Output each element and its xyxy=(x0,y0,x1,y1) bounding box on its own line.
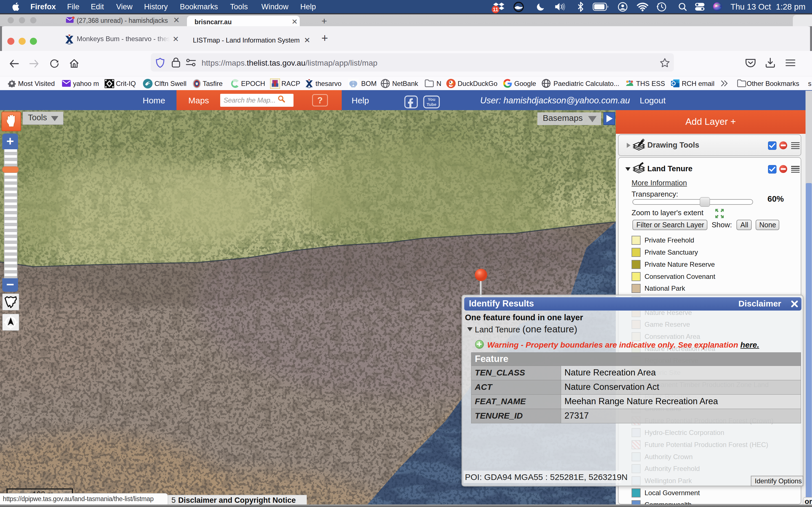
svg-text:Tube: Tube xyxy=(426,102,437,107)
svg-text:You: You xyxy=(428,97,435,102)
